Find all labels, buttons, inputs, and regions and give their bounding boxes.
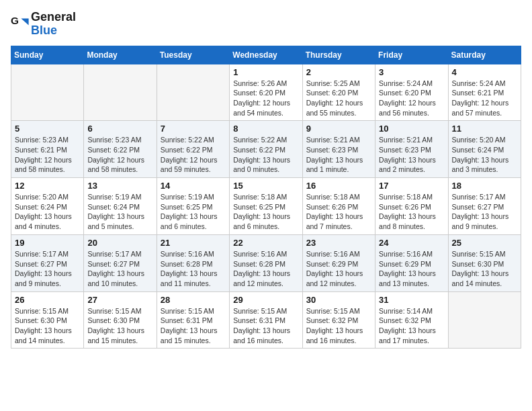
day-info: Sunrise: 5:21 AM Sunset: 6:23 PM Dayligh… — [306, 135, 371, 175]
day-number: 10 — [379, 124, 444, 134]
calendar-cell: 24Sunrise: 5:16 AM Sunset: 6:29 PM Dayli… — [375, 234, 448, 291]
day-number: 16 — [306, 181, 371, 191]
weekday-header-thursday: Thursday — [302, 46, 375, 64]
weekday-header-friday: Friday — [375, 46, 448, 64]
day-info: Sunrise: 5:26 AM Sunset: 6:20 PM Dayligh… — [233, 79, 298, 118]
calendar-week-row: 12Sunrise: 5:20 AM Sunset: 6:24 PM Dayli… — [11, 178, 521, 235]
day-number: 13 — [87, 181, 152, 191]
calendar-cell: 4Sunrise: 5:24 AM Sunset: 6:21 PM Daylig… — [448, 64, 521, 121]
day-number: 22 — [233, 238, 298, 248]
day-number: 24 — [379, 238, 444, 248]
day-info: Sunrise: 5:16 AM Sunset: 6:28 PM Dayligh… — [233, 249, 298, 289]
calendar-cell: 13Sunrise: 5:19 AM Sunset: 6:24 PM Dayli… — [84, 178, 157, 235]
calendar-cell — [157, 64, 229, 121]
calendar-cell — [448, 291, 521, 349]
calendar-cell: 10Sunrise: 5:21 AM Sunset: 6:23 PM Dayli… — [375, 121, 448, 178]
day-number: 4 — [452, 67, 517, 77]
day-info: Sunrise: 5:20 AM Sunset: 6:24 PM Dayligh… — [15, 192, 80, 232]
day-info: Sunrise: 5:23 AM Sunset: 6:22 PM Dayligh… — [87, 135, 152, 175]
calendar-cell — [84, 64, 157, 121]
day-info: Sunrise: 5:17 AM Sunset: 6:27 PM Dayligh… — [15, 249, 80, 289]
weekday-header-tuesday: Tuesday — [157, 46, 229, 64]
day-info: Sunrise: 5:19 AM Sunset: 6:25 PM Dayligh… — [161, 192, 226, 232]
calendar-cell: 22Sunrise: 5:16 AM Sunset: 6:28 PM Dayli… — [230, 234, 302, 291]
day-number: 14 — [161, 181, 226, 191]
day-number: 20 — [87, 238, 152, 248]
day-info: Sunrise: 5:16 AM Sunset: 6:29 PM Dayligh… — [379, 249, 444, 289]
day-info: Sunrise: 5:18 AM Sunset: 6:25 PM Dayligh… — [233, 192, 298, 232]
day-number: 7 — [161, 124, 226, 134]
day-info: Sunrise: 5:25 AM Sunset: 6:20 PM Dayligh… — [306, 79, 371, 118]
calendar-cell: 31Sunrise: 5:14 AM Sunset: 6:32 PM Dayli… — [375, 291, 448, 349]
day-number: 11 — [452, 124, 517, 134]
day-info: Sunrise: 5:20 AM Sunset: 6:24 PM Dayligh… — [452, 135, 517, 175]
calendar-cell: 19Sunrise: 5:17 AM Sunset: 6:27 PM Dayli… — [11, 234, 84, 291]
calendar-cell: 12Sunrise: 5:20 AM Sunset: 6:24 PM Dayli… — [11, 178, 84, 235]
weekday-header-row: SundayMondayTuesdayWednesdayThursdayFrid… — [11, 46, 521, 64]
logo-icon: G — [11, 15, 30, 34]
day-info: Sunrise: 5:22 AM Sunset: 6:22 PM Dayligh… — [161, 135, 226, 175]
calendar-cell — [11, 64, 84, 121]
calendar-cell: 25Sunrise: 5:15 AM Sunset: 6:30 PM Dayli… — [448, 234, 521, 291]
weekday-header-monday: Monday — [84, 46, 157, 64]
day-info: Sunrise: 5:16 AM Sunset: 6:29 PM Dayligh… — [306, 249, 371, 289]
day-number: 2 — [306, 67, 371, 77]
day-info: Sunrise: 5:15 AM Sunset: 6:30 PM Dayligh… — [452, 249, 517, 289]
calendar-cell: 21Sunrise: 5:16 AM Sunset: 6:28 PM Dayli… — [157, 234, 229, 291]
day-info: Sunrise: 5:23 AM Sunset: 6:21 PM Dayligh… — [15, 135, 80, 175]
day-number: 23 — [306, 238, 371, 248]
day-info: Sunrise: 5:24 AM Sunset: 6:21 PM Dayligh… — [452, 79, 517, 118]
calendar-week-row: 5Sunrise: 5:23 AM Sunset: 6:21 PM Daylig… — [11, 121, 521, 178]
day-info: Sunrise: 5:22 AM Sunset: 6:22 PM Dayligh… — [233, 135, 298, 175]
calendar-cell: 2Sunrise: 5:25 AM Sunset: 6:20 PM Daylig… — [302, 64, 375, 121]
logo-text: General Blue — [31, 11, 76, 38]
day-info: Sunrise: 5:14 AM Sunset: 6:32 PM Dayligh… — [379, 306, 444, 346]
day-info: Sunrise: 5:19 AM Sunset: 6:24 PM Dayligh… — [87, 192, 152, 232]
weekday-header-sunday: Sunday — [11, 46, 84, 64]
calendar-week-row: 19Sunrise: 5:17 AM Sunset: 6:27 PM Dayli… — [11, 234, 521, 291]
calendar-cell: 1Sunrise: 5:26 AM Sunset: 6:20 PM Daylig… — [230, 64, 302, 121]
calendar-cell: 27Sunrise: 5:15 AM Sunset: 6:30 PM Dayli… — [84, 291, 157, 349]
day-info: Sunrise: 5:17 AM Sunset: 6:27 PM Dayligh… — [87, 249, 152, 289]
calendar-cell: 26Sunrise: 5:15 AM Sunset: 6:30 PM Dayli… — [11, 291, 84, 349]
calendar-cell: 29Sunrise: 5:15 AM Sunset: 6:31 PM Dayli… — [230, 291, 302, 349]
calendar-cell: 23Sunrise: 5:16 AM Sunset: 6:29 PM Dayli… — [302, 234, 375, 291]
logo: G General Blue — [11, 11, 76, 38]
weekday-header-wednesday: Wednesday — [230, 46, 302, 64]
calendar-cell: 16Sunrise: 5:18 AM Sunset: 6:26 PM Dayli… — [302, 178, 375, 235]
calendar-week-row: 26Sunrise: 5:15 AM Sunset: 6:30 PM Dayli… — [11, 291, 521, 349]
day-number: 9 — [306, 124, 371, 134]
day-info: Sunrise: 5:17 AM Sunset: 6:27 PM Dayligh… — [452, 192, 517, 232]
day-info: Sunrise: 5:15 AM Sunset: 6:32 PM Dayligh… — [306, 306, 371, 346]
day-info: Sunrise: 5:15 AM Sunset: 6:31 PM Dayligh… — [233, 306, 298, 346]
calendar-cell: 7Sunrise: 5:22 AM Sunset: 6:22 PM Daylig… — [157, 121, 229, 178]
day-number: 31 — [379, 295, 444, 305]
day-number: 8 — [233, 124, 298, 134]
calendar-cell: 15Sunrise: 5:18 AM Sunset: 6:25 PM Dayli… — [230, 178, 302, 235]
page-header: G General Blue — [11, 11, 521, 38]
weekday-header-saturday: Saturday — [448, 46, 521, 64]
day-number: 19 — [15, 238, 80, 248]
calendar-cell: 28Sunrise: 5:15 AM Sunset: 6:31 PM Dayli… — [157, 291, 229, 349]
day-number: 17 — [379, 181, 444, 191]
calendar-cell: 30Sunrise: 5:15 AM Sunset: 6:32 PM Dayli… — [302, 291, 375, 349]
day-number: 18 — [452, 181, 517, 191]
day-info: Sunrise: 5:16 AM Sunset: 6:28 PM Dayligh… — [161, 249, 226, 289]
day-number: 30 — [306, 295, 371, 305]
day-info: Sunrise: 5:21 AM Sunset: 6:23 PM Dayligh… — [379, 135, 444, 175]
calendar-cell: 8Sunrise: 5:22 AM Sunset: 6:22 PM Daylig… — [230, 121, 302, 178]
day-number: 3 — [379, 67, 444, 77]
day-number: 21 — [161, 238, 226, 248]
calendar-cell: 20Sunrise: 5:17 AM Sunset: 6:27 PM Dayli… — [84, 234, 157, 291]
calendar-cell: 11Sunrise: 5:20 AM Sunset: 6:24 PM Dayli… — [448, 121, 521, 178]
calendar-cell: 14Sunrise: 5:19 AM Sunset: 6:25 PM Dayli… — [157, 178, 229, 235]
day-info: Sunrise: 5:15 AM Sunset: 6:30 PM Dayligh… — [87, 306, 152, 346]
calendar-cell: 6Sunrise: 5:23 AM Sunset: 6:22 PM Daylig… — [84, 121, 157, 178]
calendar-cell: 3Sunrise: 5:24 AM Sunset: 6:20 PM Daylig… — [375, 64, 448, 121]
day-number: 25 — [452, 238, 517, 248]
svg-text:G: G — [11, 15, 19, 26]
day-number: 15 — [233, 181, 298, 191]
day-number: 1 — [233, 67, 298, 77]
day-info: Sunrise: 5:24 AM Sunset: 6:20 PM Dayligh… — [379, 79, 444, 118]
calendar-cell: 5Sunrise: 5:23 AM Sunset: 6:21 PM Daylig… — [11, 121, 84, 178]
